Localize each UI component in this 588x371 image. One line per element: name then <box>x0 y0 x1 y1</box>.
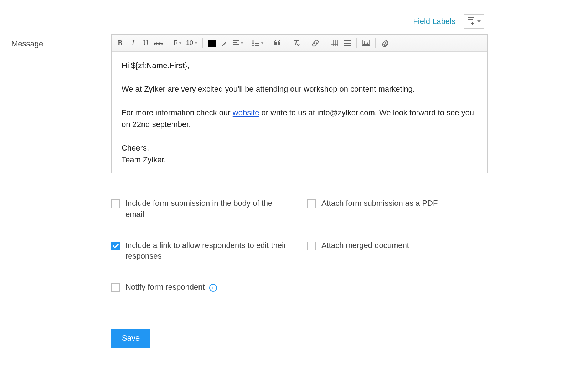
link-button[interactable] <box>309 37 322 50</box>
svg-rect-14 <box>255 45 259 46</box>
image-button[interactable] <box>360 37 372 50</box>
align-dropdown[interactable] <box>231 37 245 50</box>
strikethrough-button[interactable]: abc <box>152 37 165 50</box>
message-greeting: Hi ${zf:Name.First}, <box>122 60 477 71</box>
clear-format-icon <box>293 40 300 46</box>
attach-merged-label: Attach merged document <box>321 240 409 251</box>
text-color-swatch-icon <box>208 40 216 47</box>
table-button[interactable] <box>328 37 341 50</box>
svg-rect-0 <box>468 17 474 18</box>
insert-field-dropdown[interactable] <box>464 14 484 29</box>
message-editor-content[interactable]: Hi ${zf:Name.First}, We at Zylker are ve… <box>112 52 487 173</box>
paperclip-icon <box>382 40 388 47</box>
attach-merged-checkbox[interactable] <box>307 242 316 250</box>
text-color-button[interactable] <box>206 37 218 50</box>
svg-point-24 <box>364 41 365 43</box>
highlight-icon <box>221 40 228 47</box>
svg-rect-6 <box>233 42 237 43</box>
list-dropdown[interactable] <box>251 37 265 50</box>
highlight-color-button[interactable] <box>218 37 231 50</box>
svg-rect-8 <box>233 46 237 46</box>
include-body-label: Include form submission in the body of t… <box>125 198 289 220</box>
svg-point-11 <box>252 42 254 44</box>
save-button[interactable]: Save <box>111 329 150 348</box>
svg-rect-7 <box>233 44 239 45</box>
font-size-dropdown[interactable]: 10 <box>184 37 200 50</box>
include-body-checkbox[interactable] <box>111 199 120 208</box>
svg-point-9 <box>252 40 254 42</box>
insert-field-icon <box>468 17 475 26</box>
attach-pdf-checkbox[interactable] <box>307 199 316 208</box>
svg-rect-12 <box>255 43 259 44</box>
bold-button[interactable]: B <box>114 37 127 50</box>
quote-icon <box>274 40 281 46</box>
message-field-label: Message <box>11 34 111 49</box>
svg-rect-22 <box>344 45 351 46</box>
link-icon <box>312 40 319 47</box>
svg-point-13 <box>252 45 254 46</box>
message-paragraph-1: We at Zylker are very excited you'll be … <box>122 83 477 95</box>
message-p2-before: For more information check our <box>122 108 233 117</box>
rich-text-editor: B I U abc F 10 <box>111 34 488 173</box>
underline-button[interactable]: U <box>139 37 152 50</box>
list-icon <box>252 40 259 46</box>
notify-label: Notify form respondent i <box>125 282 217 293</box>
svg-rect-4 <box>471 23 474 24</box>
svg-rect-20 <box>344 40 351 41</box>
font-family-dropdown[interactable]: F <box>171 37 184 50</box>
editor-toolbar: B I U abc F 10 <box>112 35 487 52</box>
image-icon <box>362 40 370 46</box>
svg-rect-1 <box>468 19 473 20</box>
align-icon <box>233 40 239 46</box>
attachment-button[interactable] <box>378 37 391 50</box>
website-link[interactable]: website <box>233 108 259 117</box>
chevron-down-icon <box>477 20 481 22</box>
message-signoff-1: Cheers, <box>122 142 477 154</box>
attach-pdf-label: Attach form submission as a PDF <box>321 198 438 209</box>
message-paragraph-2: For more information check our website o… <box>122 107 477 130</box>
blockquote-button[interactable] <box>271 37 284 50</box>
horizontal-rule-button[interactable] <box>341 37 354 50</box>
svg-rect-21 <box>344 43 351 44</box>
svg-rect-15 <box>331 40 338 46</box>
table-icon <box>331 40 338 46</box>
field-labels-link[interactable]: Field Labels <box>413 17 455 26</box>
italic-button[interactable]: I <box>127 37 139 50</box>
message-signoff-2: Team Zylker. <box>122 154 477 166</box>
notify-label-text: Notify form respondent <box>125 283 205 291</box>
font-size-value: 10 <box>186 39 193 47</box>
info-icon[interactable]: i <box>209 284 217 292</box>
edit-link-label: Include a link to allow respondents to e… <box>125 240 289 262</box>
svg-rect-10 <box>255 41 259 41</box>
clear-formatting-button[interactable] <box>290 37 303 50</box>
notify-checkbox[interactable] <box>111 283 120 292</box>
edit-link-checkbox[interactable] <box>111 242 120 250</box>
svg-rect-2 <box>468 21 474 21</box>
svg-rect-5 <box>233 40 239 41</box>
hr-icon <box>344 40 351 46</box>
